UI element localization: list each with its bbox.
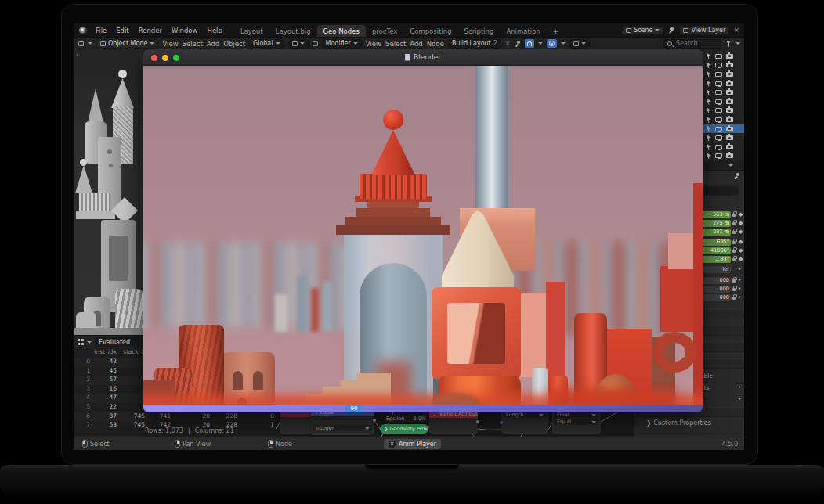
tab-proctex[interactable]: procTex [366,25,403,37]
viewport-visibility-icon[interactable] [715,127,722,131]
chevron-down-icon[interactable] [728,164,733,167]
viewport-visibility-icon[interactable] [715,81,722,86]
tab-scripting[interactable]: Scripting [458,25,501,37]
close-icon[interactable]: × [734,27,739,34]
location-z-field[interactable]: 031 m [698,229,731,236]
scale-z-field[interactable]: 000 [698,294,731,301]
panel-expand-icon[interactable]: › [76,52,78,59]
keyframe-icon[interactable]: ◆ [739,239,743,246]
spreadsheet-icon[interactable] [78,339,84,345]
viewport-visibility-icon[interactable] [715,145,722,149]
menu-help[interactable]: Help [203,27,226,34]
rotation-x-field[interactable]: 635° [698,239,731,246]
rotation-z-field[interactable]: 1.83° [698,256,731,263]
input-socket[interactable] [500,421,503,424]
render-visibility-icon[interactable] [726,135,733,140]
lock-icon[interactable] [732,241,736,244]
menu-window[interactable]: Window [168,27,202,34]
rotation-y-field[interactable]: 41086° [698,247,731,254]
zoom-window-button[interactable] [173,55,179,61]
close-window-button[interactable] [151,55,157,61]
render-visibility-icon[interactable] [726,54,733,59]
render-window-titlebar[interactable]: Blender [143,49,703,66]
pivot-dropdown[interactable] [288,39,309,49]
lock-icon[interactable] [732,214,736,217]
named-attribute-node-2[interactable]: ⌄ Named Attribute [429,411,478,434]
location-y-field[interactable]: 275 m [698,220,731,227]
chevron-down-icon[interactable] [87,341,92,344]
tab-layout-big[interactable]: Layout.big [269,25,317,37]
filter-dropdown[interactable] [735,42,740,45]
input-socket[interactable] [380,427,381,430]
tab-animation[interactable]: Animation [500,25,546,37]
menu-select-node[interactable]: Select [385,40,406,48]
menu-add-3d[interactable]: Add [207,40,219,48]
proportional-dropdown[interactable] [561,42,566,45]
render-visibility-icon[interactable] [726,153,733,158]
menu-edit[interactable]: Edit [112,27,132,34]
render-visibility-icon[interactable] [726,145,733,149]
render-visibility-icon[interactable] [726,81,733,86]
selectable-icon[interactable] [707,117,711,123]
selectable-icon[interactable] [707,99,711,105]
selectable-icon[interactable] [707,71,711,77]
modifier-dropdown[interactable]: Modifier [322,39,362,49]
selectable-icon[interactable] [707,126,711,132]
output-socket[interactable] [427,427,428,430]
viewport-visibility-icon[interactable] [715,63,722,67]
render-visibility-icon[interactable] [726,63,733,67]
animate-dot[interactable]: • [738,286,741,292]
named-attribute-node[interactable] [280,410,313,434]
pin-icon[interactable] [668,27,674,34]
viewport-visibility-icon[interactable] [715,54,722,59]
viewport-visibility-icon[interactable] [715,99,722,104]
selectable-icon[interactable] [707,153,711,159]
lock-icon[interactable] [732,258,736,261]
keyframe-icon[interactable]: ◆ [739,256,743,263]
operation-dropdown[interactable]: Equal [555,419,598,425]
anim-timeline-bar[interactable]: 90 [143,405,703,412]
lock-icon[interactable] [732,279,736,283]
current-frame-indicator[interactable]: 90 [345,405,363,412]
data-type-dropdown[interactable]: Integer [313,425,372,431]
viewport-visibility-icon[interactable] [715,135,722,140]
render-visibility-icon[interactable] [726,72,733,77]
animate-dot[interactable]: • [738,294,741,301]
search-input[interactable] [674,39,718,48]
tab-layout[interactable]: Layout [234,25,269,37]
lock-icon[interactable] [732,297,736,300]
geometry-proximity-node[interactable]: ❯ Geometry Proximity [380,424,428,434]
pin-icon[interactable] [515,41,521,47]
keyframe-icon[interactable]: ◆ [739,247,743,254]
render-visibility-icon[interactable] [726,127,733,131]
viewport-visibility-icon[interactable] [715,117,722,122]
unlink-icon[interactable]: × [505,40,511,47]
lock-icon[interactable] [732,288,736,291]
operation-dropdown[interactable]: Length [504,412,546,418]
render-visibility-icon[interactable] [726,117,733,122]
vector-math-node[interactable]: Length [501,411,548,434]
selectable-icon[interactable] [707,81,711,87]
viewport-visibility-icon[interactable] [715,108,722,113]
proportional-edit-toggle[interactable] [547,39,557,48]
location-x-field[interactable]: 563 m [698,211,731,218]
animate-dot[interactable]: • [738,277,741,283]
filter-icon[interactable] [725,41,732,47]
node-tree-name-field[interactable]: Build Layout2 [448,39,501,49]
tab--[interactable]: + [547,25,565,37]
close-icon[interactable]: × [389,441,396,448]
display-dropdown[interactable] [569,39,590,49]
menu-select-3d[interactable]: Select [183,40,203,48]
clay-viewport[interactable]: › [74,49,149,335]
animate-dot[interactable]: • [738,396,741,402]
menu-object-3d[interactable]: Object [223,40,245,48]
animate-dot[interactable]: • [738,266,741,272]
selectable-icon[interactable] [707,107,711,113]
output-socket[interactable] [476,420,479,423]
anim-player-button[interactable]: ×Anim Player [384,439,441,449]
view-layer-selector[interactable]: View Layer [679,26,729,35]
snap-dropdown[interactable] [538,42,543,45]
menu-node-node[interactable]: Node [427,40,444,48]
custom-properties-header[interactable]: ❯ Custom Properties [646,419,711,427]
type-dropdown[interactable]: Float [555,412,598,418]
